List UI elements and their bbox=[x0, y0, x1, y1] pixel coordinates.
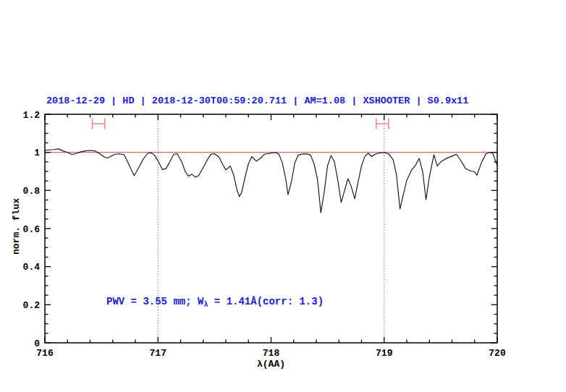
telluric-fit-plot-page: 2018-12-29 | HD | 2018-12-30T00:59:20.71… bbox=[0, 0, 566, 392]
range-marker bbox=[376, 119, 389, 129]
x-tick-label: 717 bbox=[150, 348, 166, 359]
x-tick-label: 716 bbox=[36, 348, 54, 359]
x-tick-label: 720 bbox=[489, 348, 506, 359]
range-marker bbox=[93, 119, 105, 129]
x-axis-label: λ(AA) bbox=[45, 359, 497, 370]
y-tick-label: 0.6 bbox=[23, 224, 41, 235]
y-tick-label: 0.8 bbox=[23, 186, 41, 197]
y-tick-label: 0.4 bbox=[23, 262, 41, 273]
pwv-annotation-suffix: = 1.41Å(corr: 1.3) bbox=[208, 296, 324, 307]
y-tick-label: 0.2 bbox=[23, 300, 41, 311]
y-tick-label: 1 bbox=[34, 148, 40, 158]
y-tick-label: 0 bbox=[34, 338, 40, 349]
y-tick-label: 1.2 bbox=[23, 110, 41, 121]
x-tick-label: 718 bbox=[263, 348, 280, 359]
pwv-annotation: PWV = 3.55 mm; Wλ = 1.41Å(corr: 1.3) bbox=[106, 296, 324, 309]
spectrum-chart: 71671771871972000.20.40.60.811.2 bbox=[0, 0, 566, 392]
y-axis-label: norm. flux bbox=[11, 198, 22, 255]
pwv-annotation-prefix: PWV = 3.55 mm; W bbox=[106, 296, 203, 307]
spectrum-line bbox=[45, 149, 497, 213]
x-tick-label: 719 bbox=[376, 348, 393, 359]
